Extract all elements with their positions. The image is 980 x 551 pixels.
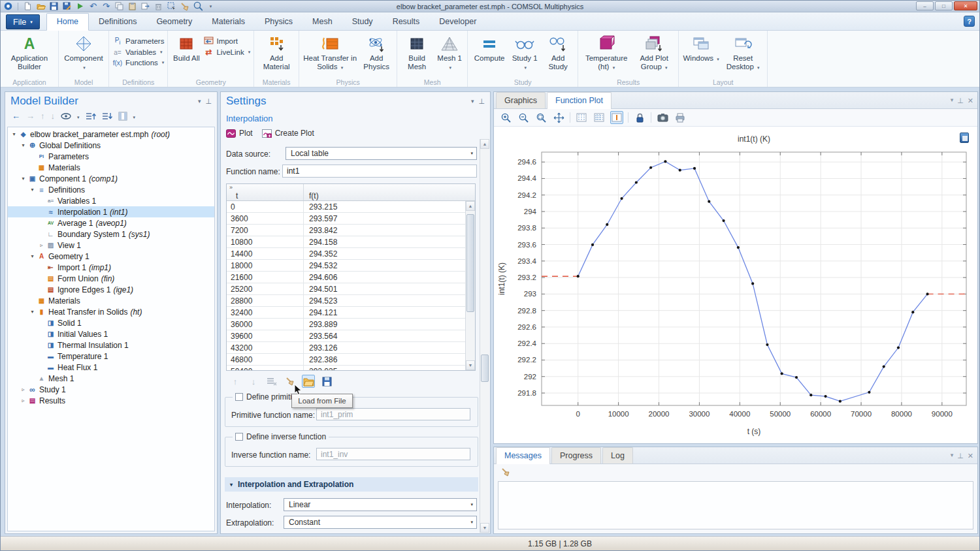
move-up-button[interactable]: ↑ [229, 375, 242, 388]
save-icon[interactable] [49, 1, 59, 11]
tree-item-materials[interactable]: ▦Materials [8, 295, 214, 306]
panel-menu-caret-icon[interactable]: ▾ [951, 452, 954, 460]
cell-t[interactable]: 32400 [227, 307, 304, 318]
tree-item-initial-values-1[interactable]: ◨Initial Values 1 [8, 328, 214, 339]
scrollbar-thumb[interactable] [466, 214, 474, 312]
tree-expander-icon[interactable]: ▾ [29, 253, 36, 259]
cell-ft[interactable]: 293.889 [304, 319, 465, 330]
table-row[interactable]: 43200293.126 [227, 342, 465, 354]
plot-group-icon[interactable] [960, 133, 969, 143]
tree-item-heat-flux-1[interactable]: ▬Heat Flux 1 [8, 362, 214, 373]
tab-mesh[interactable]: Mesh [302, 14, 342, 30]
select-region-icon[interactable] [167, 1, 176, 11]
tree-expander-icon[interactable]: ▹ [20, 398, 27, 403]
scroll-up-button[interactable]: ▲ [466, 201, 475, 211]
clear-selection-icon[interactable] [180, 1, 189, 11]
settings-action-plot[interactable]: Plot [226, 129, 253, 138]
tree-item-variables-1[interactable]: a=Variables 1 [8, 195, 214, 206]
axes-y-button[interactable] [610, 111, 623, 124]
ribbon-button-build-mesh[interactable]: Build Mesh [400, 32, 433, 71]
run-icon[interactable] [75, 1, 85, 11]
ribbon-button-mesh-1[interactable]: Mesh 1 ▾ [435, 32, 464, 72]
zoom-select-icon[interactable] [193, 1, 203, 11]
cell-t[interactable]: 50400 [227, 366, 304, 370]
cell-t[interactable]: 10800 [227, 236, 304, 247]
ribbon-button-windows[interactable]: Windows ▾ [682, 32, 720, 63]
tab-messages[interactable]: Messages [496, 447, 550, 464]
scroll-down-button[interactable]: ▼ [466, 360, 475, 370]
ribbon-button-add-physics[interactable]: Add Physics [359, 32, 393, 71]
tree-item-mesh-1[interactable]: ▲Mesh 1 [8, 373, 214, 384]
open-file-icon[interactable] [36, 1, 46, 11]
tree-item-view-1[interactable]: ▹▨View 1 [8, 240, 214, 251]
panel-pin-icon[interactable]: ⊥ [957, 97, 964, 105]
tree-item-global-definitions[interactable]: ▾⊕Global Definitions [8, 140, 214, 151]
mb-toolbar-columns-icon[interactable] [118, 112, 127, 121]
mb-toolbar-collapse-all-icon[interactable] [86, 112, 96, 121]
tree-item-thermal-insulation-1[interactable]: ◨Thermal Insulation 1 [8, 339, 214, 351]
tree-item-elbow-bracket-parameter-est-mph[interactable]: ▾◆elbow bracket_parameter est.mph(root) [8, 129, 214, 140]
file-menu-button[interactable]: File ▾ [6, 14, 40, 29]
clear-button[interactable] [499, 465, 512, 479]
table-row[interactable]: 36000293.889 [227, 319, 465, 330]
axes-grid-button[interactable] [593, 111, 606, 124]
cell-t[interactable]: 3600 [227, 213, 304, 224]
cell-ft[interactable]: 293.215 [304, 201, 465, 212]
cell-ft[interactable]: 292.035 [304, 366, 465, 370]
tree-item-geometry-1[interactable]: ▾AGeometry 1 [8, 251, 214, 262]
ribbon-button-add-plot-group[interactable]: Add Plot Group ▾ [633, 32, 675, 72]
tab-study[interactable]: Study [342, 14, 383, 30]
copy-icon[interactable] [114, 1, 124, 11]
ribbon-button-application-builder[interactable]: AApplication Builder [4, 32, 55, 71]
define-inverse-checkbox-row[interactable]: Define inverse function [233, 432, 329, 441]
cell-t[interactable]: 21600 [227, 272, 304, 283]
move-down-button[interactable]: ↓ [247, 375, 260, 388]
minimize-button[interactable]: – [916, 1, 934, 10]
cell-ft[interactable]: 294.532 [304, 260, 465, 271]
primitive-name-input[interactable] [316, 408, 470, 420]
table-row[interactable]: 32400294.121 [227, 307, 465, 319]
cell-t[interactable]: 39600 [227, 330, 304, 341]
tree-item-temperature-1[interactable]: ▬Temperature 1 [8, 351, 214, 362]
panel-pin-icon[interactable]: ⊥ [957, 452, 964, 460]
caret-icon[interactable]: ▾ [206, 1, 216, 11]
tree-expander-icon[interactable]: ▾ [29, 187, 36, 193]
scroll-down-button[interactable]: ▼ [480, 523, 489, 533]
tab-materials[interactable]: Materials [202, 14, 255, 30]
inverse-name-input[interactable] [316, 448, 470, 460]
tree-item-form-union[interactable]: ▤Form Union(fin) [8, 273, 214, 284]
table-row[interactable]: 50400292.035 [227, 366, 465, 370]
tree-item-interpolation-1[interactable]: ≈Interpolation 1(int1) [8, 206, 214, 217]
cell-t[interactable]: 25200 [227, 283, 304, 294]
tab-definitions[interactable]: Definitions [89, 14, 146, 30]
table-row[interactable]: 7200293.842 [227, 225, 465, 236]
tree-expander-icon[interactable]: ▹ [38, 242, 45, 248]
ribbon-button-variables[interactable]: a=Variables▾ [112, 48, 164, 56]
tree-expander-icon[interactable]: ▾ [29, 309, 36, 315]
tree-expander-icon[interactable]: ▹ [20, 386, 27, 392]
close-button[interactable]: ✕ [954, 1, 977, 10]
settings-action-create-plot[interactable]: Create Plot [262, 129, 314, 138]
panel-close-icon[interactable]: ✕ [968, 97, 973, 105]
tree-item-results[interactable]: ▹▤Results [8, 395, 214, 406]
table-row[interactable]: 39600293.564 [227, 330, 465, 342]
settings-scrollbar[interactable]: ▲ ▼ [480, 139, 489, 533]
interpolation-combobox[interactable]: Linear ▾ [284, 498, 477, 511]
tree-item-parameters[interactable]: PiParameters [8, 151, 214, 162]
tab-physics[interactable]: Physics [255, 14, 302, 30]
cell-ft[interactable]: 294.523 [304, 295, 465, 306]
extrapolation-combobox[interactable]: Constant ▾ [284, 516, 477, 529]
zoom-extents-button[interactable] [552, 111, 565, 124]
ribbon-button-heat-transfer[interactable]: Heat Transfer in Solids ▾ [302, 32, 357, 72]
save-as-icon[interactable] [62, 1, 72, 11]
save-to-file-button[interactable] [320, 375, 333, 388]
tree-item-definitions[interactable]: ▾≡Definitions [8, 184, 214, 195]
tab-developer[interactable]: Developer [429, 14, 486, 30]
tree-item-import-1[interactable]: ⇤Import 1(imp1) [8, 262, 214, 273]
cell-ft[interactable]: 294.606 [304, 272, 465, 283]
cell-t[interactable]: 7200 [227, 225, 304, 236]
ribbon-button-compute[interactable]: Compute [471, 32, 508, 63]
load-from-file-button[interactable] [302, 375, 315, 388]
mb-toolbar-back-icon[interactable]: ← [12, 111, 20, 121]
ribbon-button-add-study[interactable]: Add Study [542, 32, 574, 71]
